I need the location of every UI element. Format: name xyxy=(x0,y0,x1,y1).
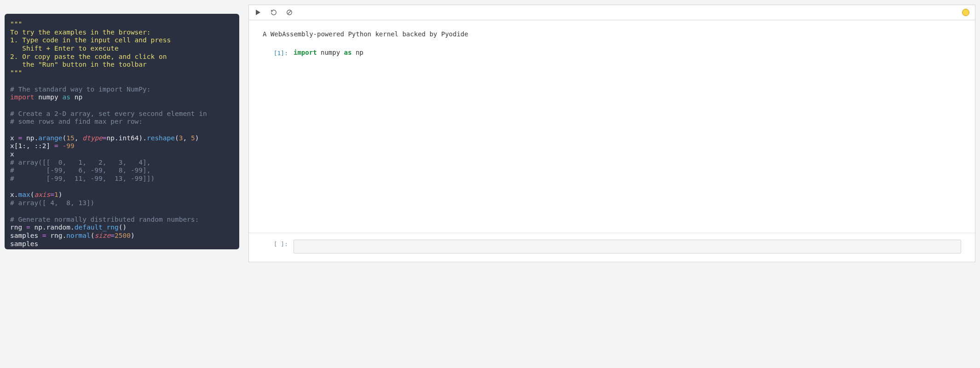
op-eq: = xyxy=(26,224,30,231)
comment: # [-99, 6, -99, 8, -99], xyxy=(10,167,151,174)
var-rng: rng xyxy=(50,232,62,239)
example-code-panel: """ To try the examples in the browser: … xyxy=(5,14,239,249)
markdown-cell: A WebAssembly-powered Python kernel back… xyxy=(263,30,961,38)
attr-random: random xyxy=(46,224,70,231)
kernel-status-icon[interactable] xyxy=(962,9,969,16)
op-eq: = xyxy=(54,142,58,150)
kw-as: as xyxy=(63,93,70,101)
id-np: np xyxy=(26,134,34,142)
svg-marker-0 xyxy=(256,10,260,15)
docstring-line: the "Run" button in the toolbar xyxy=(10,61,147,68)
notebook-panel: A WebAssembly-powered Python kernel back… xyxy=(248,5,975,262)
restart-icon[interactable] xyxy=(270,9,277,16)
op-eq: = xyxy=(18,134,22,142)
var-samples: samples xyxy=(10,240,38,247)
comment: # array([[ 0, 1, 2, 3, 4], xyxy=(10,159,151,166)
kw-import: import xyxy=(10,93,34,101)
num: 1 xyxy=(54,191,58,198)
docstring-open: """ xyxy=(10,20,22,28)
interrupt-icon[interactable] xyxy=(286,9,293,16)
fn-normal: normal xyxy=(66,232,90,239)
kw-as: as xyxy=(344,49,352,56)
notebook-footer: [ ]: xyxy=(249,233,975,262)
cell-prompt-empty: [ ]: xyxy=(263,240,288,247)
var-x: x xyxy=(10,150,14,158)
docstring-line: 1. Type code in the input cell and press xyxy=(10,36,171,44)
cell-input[interactable]: import numpy as np xyxy=(294,49,961,56)
var-x: x xyxy=(10,134,14,142)
notebook-toolbar xyxy=(249,5,975,20)
docstring-line: To try the examples in the browser: xyxy=(10,29,151,36)
op-dot: . xyxy=(34,134,38,142)
num: 2500 xyxy=(115,232,131,239)
module-name: numpy xyxy=(38,93,58,101)
comment: # some rows and find max per row: xyxy=(10,118,143,125)
slice-expr: x[1:, ::2] xyxy=(10,142,50,150)
comment: # Generate normally distributed random n… xyxy=(10,216,199,223)
var-rng: rng xyxy=(10,224,22,231)
code-cell-1[interactable]: [1]: import numpy as np xyxy=(263,49,961,57)
run-icon[interactable] xyxy=(254,9,262,16)
alias: np xyxy=(75,93,82,101)
notebook-body[interactable]: A WebAssembly-powered Python kernel back… xyxy=(249,20,975,233)
attr-int64: int64 xyxy=(119,134,139,142)
kw-import: import xyxy=(294,49,317,56)
docstring-line: Shift + Enter to execute xyxy=(10,45,119,52)
docstring-close: """ xyxy=(10,69,22,76)
num: 3 xyxy=(179,134,183,142)
kwarg: axis xyxy=(34,191,50,198)
var-samples: samples xyxy=(10,232,38,239)
kwarg: dtype xyxy=(82,134,103,142)
id-np: np xyxy=(34,224,42,231)
module-name: numpy xyxy=(321,49,340,56)
fn-max: max xyxy=(18,191,30,198)
num: 5 xyxy=(191,134,195,142)
id-np: np xyxy=(107,134,115,142)
comment: # Create a 2-D array, set every second e… xyxy=(10,110,207,117)
new-cell-input[interactable] xyxy=(294,240,961,253)
fn-default-rng: default_rng xyxy=(75,224,119,231)
comment: # [-99, 11, -99, 13, -99]]) xyxy=(10,175,155,182)
kwarg: size xyxy=(94,232,110,239)
fn-reshape: reshape xyxy=(147,134,175,142)
alias: np xyxy=(356,49,363,56)
comment: # array([ 4, 8, 13]) xyxy=(10,199,94,207)
comment: # The standard way to import NumPy: xyxy=(10,86,151,93)
num: 15 xyxy=(66,134,74,142)
docstring-line: 2. Or copy paste the code, and click on xyxy=(10,53,167,60)
cell-prompt: [1]: xyxy=(263,49,288,57)
var-x: x xyxy=(10,191,14,198)
fn-arange: arange xyxy=(38,134,62,142)
svg-line-2 xyxy=(288,11,291,14)
op-eq: = xyxy=(42,232,46,239)
